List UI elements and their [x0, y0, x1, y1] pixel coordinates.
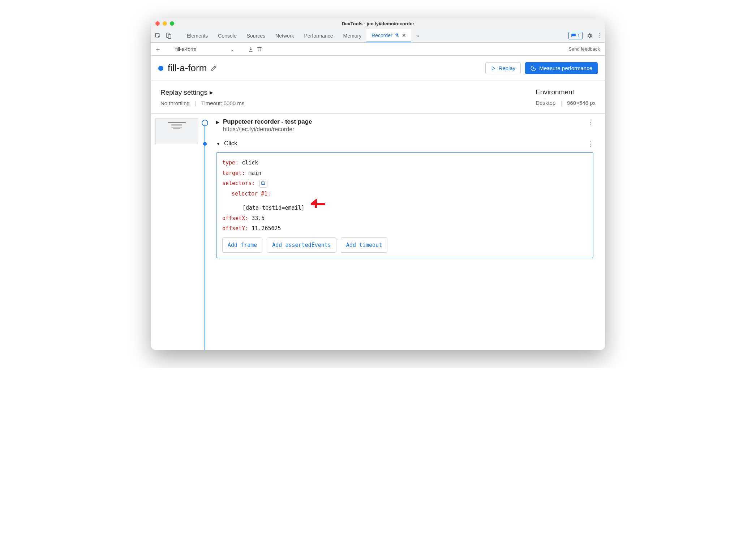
window-title: DevTools - jec.fyi/demo/recorder	[151, 21, 605, 26]
add-asserted-events-button[interactable]: Add assertedEvents	[267, 237, 336, 253]
step-kebab-icon[interactable]: ⋮	[587, 140, 593, 148]
step-click: ▼ Click ⋮ type: click target: main selec…	[198, 140, 601, 265]
settings-row: Replay settings ▸ No throttling | Timeou…	[151, 81, 605, 114]
devtools-window: DevTools - jec.fyi/demo/recorder Element…	[151, 18, 605, 350]
step-url: https://jec.fyi/demo/recorder	[223, 126, 312, 133]
timeout-value: Timeout: 5000 ms	[201, 100, 245, 106]
step-navigate: ▶ Puppeteer recorder - test page https:/…	[198, 118, 601, 140]
step-marker	[203, 142, 207, 146]
page-thumbnail[interactable]	[155, 118, 198, 144]
viewport-value: 960×546 px	[567, 100, 596, 106]
prop-label: offsetX	[222, 215, 245, 222]
prop-value[interactable]: 11.265625	[252, 225, 281, 232]
thumbnail-column	[151, 114, 198, 350]
prop-value[interactable]: click	[242, 159, 258, 166]
step-title[interactable]: Puppeteer recorder - test page	[223, 118, 312, 125]
tab-network[interactable]: Network	[270, 29, 299, 42]
recording-header: fill-a-form Replay Measure performance	[151, 56, 605, 81]
prop-label: target	[222, 170, 242, 176]
tab-memory[interactable]: Memory	[338, 29, 367, 42]
edit-name-icon[interactable]	[210, 65, 217, 72]
new-recording-button[interactable]: ＋	[154, 45, 162, 53]
step-marker	[202, 120, 208, 126]
recording-name: fill-a-form	[168, 63, 207, 74]
svg-rect-2	[168, 35, 171, 39]
prop-label: offsetY	[222, 225, 245, 232]
prop-value[interactable]: 33.5	[252, 215, 265, 222]
tab-console[interactable]: Console	[213, 29, 241, 42]
device-value: Desktop	[536, 100, 555, 106]
prop-label: type	[222, 159, 235, 166]
send-feedback-link[interactable]: Send feedback	[568, 46, 600, 52]
prop-label: selectors	[222, 180, 252, 187]
caret-down-icon[interactable]: ▼	[216, 141, 220, 146]
throttle-value: No throttling	[160, 100, 190, 106]
prop-label: selector #1	[232, 190, 267, 197]
add-timeout-button[interactable]: Add timeout	[341, 237, 387, 253]
more-tabs-button[interactable]: »	[411, 29, 424, 42]
tab-recorder[interactable]: Recorder ⚗ ✕	[366, 29, 411, 42]
steps-timeline: ▶ Puppeteer recorder - test page https:/…	[198, 114, 601, 350]
recording-selector[interactable]: fill-a-form ⌄	[172, 44, 237, 54]
environment-heading: Environment	[536, 88, 596, 96]
device-toolbar-icon[interactable]	[164, 31, 173, 40]
delete-icon[interactable]	[257, 46, 262, 52]
devtools-tabbar: Elements Console Sources Network Perform…	[151, 29, 605, 43]
tab-elements[interactable]: Elements	[182, 29, 213, 42]
select-element-icon[interactable]	[259, 180, 267, 188]
step-kebab-icon[interactable]: ⋮	[587, 118, 593, 126]
experimental-icon: ⚗	[395, 33, 399, 38]
issues-badge[interactable]: 1	[568, 32, 583, 39]
tab-sources[interactable]: Sources	[242, 29, 270, 42]
recorder-toolbar: ＋ fill-a-form ⌄ Send feedback	[151, 43, 605, 56]
tab-performance[interactable]: Performance	[299, 29, 338, 42]
replay-button[interactable]: Replay	[485, 62, 521, 74]
titlebar: DevTools - jec.fyi/demo/recorder	[151, 18, 605, 29]
measure-performance-button[interactable]: Measure performance	[525, 62, 598, 74]
caret-right-icon: ▸	[210, 88, 213, 97]
export-icon[interactable]	[248, 46, 254, 52]
chevron-down-icon: ⌄	[230, 46, 235, 52]
prop-value[interactable]: main	[248, 170, 261, 176]
kebab-menu-icon[interactable]: ⋮	[596, 32, 602, 39]
settings-gear-icon[interactable]	[586, 33, 593, 39]
scrollbar[interactable]	[601, 114, 605, 350]
step-title[interactable]: Click	[224, 140, 237, 147]
annotation-arrow-icon	[311, 199, 325, 210]
recording-status-dot	[158, 66, 163, 71]
svg-marker-3	[492, 67, 495, 70]
add-frame-button[interactable]: Add frame	[222, 237, 262, 253]
replay-settings-heading[interactable]: Replay settings ▸	[160, 88, 244, 97]
step-details-panel: type: click target: main selectors: sele…	[216, 152, 593, 258]
close-tab-icon[interactable]: ✕	[402, 33, 406, 38]
caret-right-icon[interactable]: ▶	[216, 120, 219, 125]
inspect-element-icon[interactable]	[153, 31, 163, 40]
selector-value[interactable]: [data-testid=email]	[242, 205, 305, 211]
steps-content: ▶ Puppeteer recorder - test page https:/…	[151, 114, 605, 350]
